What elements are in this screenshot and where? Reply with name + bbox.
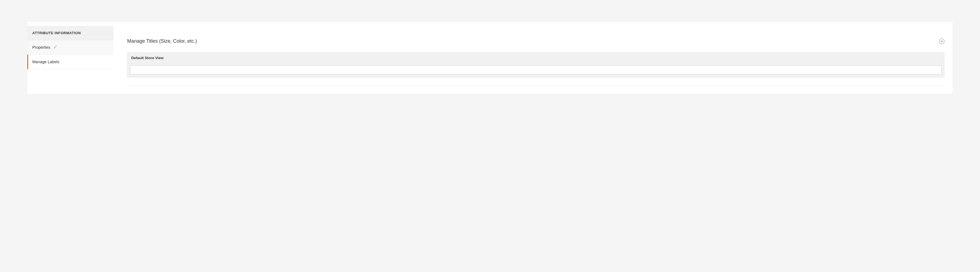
main-content: Manage Titles (Size, Color, etc.) Defaul… — [113, 22, 953, 94]
sidebar-item-manage-labels[interactable]: Manage Labels — [27, 55, 113, 69]
store-view-title-input[interactable] — [130, 66, 942, 74]
chevron-up-icon — [940, 40, 943, 42]
sidebar: ATTRIBUTE INFORMATION Properties Manage … — [27, 22, 113, 94]
table-row — [127, 63, 944, 77]
titles-table: Default Store View — [127, 52, 945, 77]
divider — [127, 86, 945, 86]
content-card: ATTRIBUTE INFORMATION Properties Manage … — [27, 22, 953, 94]
sidebar-item-label: Manage Labels — [32, 60, 59, 64]
section-header: Manage Titles (Size, Color, etc.) — [127, 38, 945, 44]
page-container: ATTRIBUTE INFORMATION Properties Manage … — [11, 11, 969, 105]
sidebar-header-title: ATTRIBUTE INFORMATION — [32, 31, 108, 35]
sidebar-header: ATTRIBUTE INFORMATION — [27, 26, 113, 40]
sidebar-item-properties[interactable]: Properties — [27, 40, 113, 55]
pencil-icon — [53, 45, 57, 49]
sidebar-item-label: Properties — [32, 45, 50, 50]
section-title: Manage Titles (Size, Color, etc.) — [127, 38, 197, 44]
table-column-header: Default Store View — [127, 53, 944, 63]
collapse-toggle[interactable] — [939, 38, 945, 44]
